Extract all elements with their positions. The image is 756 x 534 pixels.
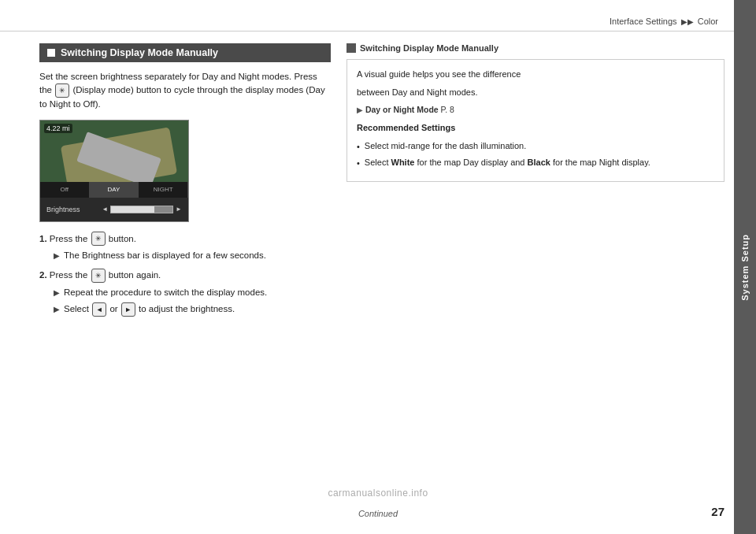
sidebar-tab-label: System Setup — [740, 234, 750, 301]
step-1-number: 1. — [39, 234, 47, 243]
left-column: Switching Display Mode Manually Set the … — [39, 43, 331, 321]
step-2: 2. Press the ✳ button again. ▶ Repeat th… — [39, 268, 331, 317]
step-2-sub1: ▶ Repeat the procedure to switch the dis… — [54, 285, 331, 299]
step-2-sub2-content: Select ◄ or ► to adjust the brightness. — [64, 302, 235, 317]
info-line1: A visual guide helps you see the differe… — [357, 68, 714, 82]
brightness-fill — [110, 206, 173, 213]
breadcrumb-arrow1: ▶▶ — [681, 17, 694, 26]
step-1-sub1: ▶ The Brightness bar is displayed for a … — [54, 248, 331, 262]
bullet-1-text: Select mid-range for the dash illuminati… — [365, 139, 526, 154]
right-section-title: Switching Display Mode Manually — [360, 43, 498, 53]
brightness-right-arrow: ► — [176, 206, 182, 213]
page-number: 27 — [711, 505, 724, 518]
bullet-2-black: Black — [528, 158, 550, 167]
right-section-icon — [346, 43, 356, 53]
sub-step-arrow-2a: ▶ — [54, 287, 60, 299]
steps-list: 1. Press the ✳ button. ▶ The Brightness … — [39, 232, 331, 317]
brightness-bar: ◄ ► — [102, 206, 182, 213]
link-ref: ▶ Day or Night Mode P. 8 — [357, 103, 714, 117]
step-2-number: 2. — [39, 270, 47, 280]
recommended-title: Recommended Settings — [357, 121, 714, 135]
step-2-sub2: ▶ Select ◄ or ► to adjust the brightness… — [54, 302, 331, 317]
bullet-dot-2: • — [357, 157, 360, 171]
tab-off: Off — [40, 182, 90, 198]
right-section-header: Switching Display Mode Manually — [346, 43, 724, 53]
watermark: carmanualsonline.info — [328, 488, 428, 499]
top-bar: Interface Settings ▶▶ Color — [0, 0, 734, 32]
tab-night: NIGHT — [139, 182, 188, 198]
step-1-sub1-text: The Brightness bar is displayed for a fe… — [64, 248, 266, 262]
step-1-suffix: button. — [109, 234, 136, 243]
section-title: Switching Display Mode Manually — [61, 47, 218, 58]
bullet-item-2: • Select White for the map Day display a… — [357, 156, 714, 171]
tab-day: DAY — [90, 182, 139, 198]
map-distance: 4.22 mi — [44, 124, 72, 133]
link-page: P. 8 — [441, 105, 454, 114]
bullet-dot-1: • — [357, 140, 360, 154]
info-box: A visual guide helps you see the differe… — [346, 59, 724, 182]
step-2-right-arrow-icon: ► — [121, 302, 135, 317]
intro-text: Set the screen brightness separately for… — [39, 70, 331, 112]
brightness-label: Brightness — [46, 206, 80, 213]
step-2-sub1-text: Repeat the procedure to switch the displ… — [64, 285, 267, 299]
step-1: 1. Press the ✳ button. ▶ The Brightness … — [39, 232, 331, 263]
link-label: Day or Night Mode — [365, 105, 439, 114]
breadcrumb-part2: Color — [698, 17, 718, 26]
bullet-2-white: White — [391, 158, 415, 167]
brightness-left-arrow: ◄ — [102, 206, 108, 213]
info-line2: between Day and Night modes. — [357, 86, 714, 100]
section-header: Switching Display Mode Manually — [39, 43, 331, 62]
display-mode-button-icon: ✳ — [55, 83, 69, 98]
main-content: Switching Display Mode Manually Set the … — [39, 43, 724, 495]
sidebar-tab: System Setup — [734, 0, 756, 534]
step-2-text: Press the — [50, 270, 88, 280]
step-1-button-icon: ✳ — [91, 232, 106, 246]
tab-row: Off DAY NIGHT — [40, 182, 188, 198]
breadcrumb-part1: Interface Settings — [610, 17, 677, 26]
step-1-text: Press the — [50, 234, 88, 243]
breadcrumb: Interface Settings ▶▶ Color — [610, 17, 718, 26]
step-2-suffix: button again. — [109, 270, 161, 280]
bullet-2-content: Select White for the map Day display and… — [365, 156, 650, 170]
link-ref-icon: ▶ — [357, 106, 363, 114]
bullet-item-1: • Select mid-range for the dash illumina… — [357, 139, 714, 154]
sub-step-arrow-1: ▶ — [54, 250, 60, 262]
continued-text: Continued — [358, 509, 398, 518]
screenshot-image: 4.22 mi Off DAY NIGHT Brightness ◄ — [39, 120, 189, 222]
step-2-left-arrow-icon: ◄ — [92, 302, 106, 317]
right-column: Switching Display Mode Manually A visual… — [346, 43, 724, 182]
sub-step-arrow-2b: ▶ — [54, 303, 60, 316]
step-2-button-icon: ✳ — [91, 269, 106, 283]
brightness-level — [111, 206, 154, 213]
section-header-icon — [47, 49, 55, 57]
screenshot-bottom-bar: Brightness ◄ ► — [40, 198, 188, 221]
